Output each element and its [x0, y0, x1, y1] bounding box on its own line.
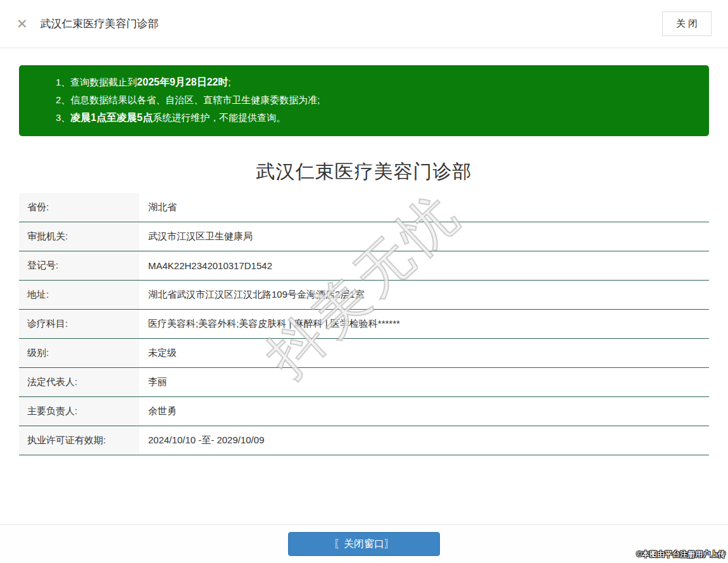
table-row-province: 省份: 湖北省: [19, 193, 709, 222]
row-label: 主要负责人:: [19, 397, 139, 426]
table-row-legal-representative: 法定代表人: 李丽: [19, 368, 709, 397]
table-row-address: 地址: 湖北省武汉市江汉区江汉北路109号金海酒店2层1室: [19, 281, 709, 310]
row-value: 医疗美容科;美容外科;美容皮肤科 | 麻醉科 | 医学检验科******: [139, 310, 400, 338]
close-x-icon[interactable]: ✕: [16, 17, 28, 30]
row-value: 2024/10/10 -至- 2029/10/09: [139, 426, 264, 455]
row-value: 余世勇: [139, 397, 177, 426]
close-button[interactable]: 关 闭: [662, 11, 712, 36]
row-value: 湖北省武汉市江汉区江汉北路109号金海酒店2层1室: [139, 281, 365, 309]
notice-line-2-pre: 信息数据结果以各省、自治区、直辖市卫生健康委数据为准;: [70, 94, 320, 105]
page: ✕ 武汉仁束医疗美容门诊部 关 闭 1、查询数据截止到2025年9月28日22时…: [0, 0, 728, 563]
notice-line-1-bold: 2025年9月28日22时: [137, 77, 228, 87]
row-label: 登记号:: [19, 251, 139, 280]
row-label: 级别:: [19, 339, 139, 367]
table-row-approval-authority: 审批机关: 武汉市江汉区卫生健康局: [19, 222, 709, 251]
page-title: 武汉仁束医疗美容门诊部: [0, 159, 728, 185]
row-label: 法定代表人:: [19, 368, 139, 396]
row-label: 地址:: [19, 281, 139, 309]
table-row-level: 级别: 未定级: [19, 339, 709, 368]
row-value: 李丽: [139, 368, 167, 396]
row-value: 武汉市江汉区卫生健康局: [139, 222, 253, 251]
row-value: 湖北省: [139, 193, 177, 222]
close-window-button[interactable]: 〖关闭窗口〗: [288, 532, 440, 556]
table-row-license-validity: 执业许可证有效期: 2024/10/10 -至- 2029/10/09: [19, 426, 709, 455]
notice-line-3-bold: 凌晨1点至凌晨5点: [70, 112, 153, 123]
table-row-treatment-subjects: 诊疗科目: 医疗美容科;美容外科;美容皮肤科 | 麻醉科 | 医学检验科****…: [19, 310, 709, 339]
row-label: 执业许可证有效期:: [19, 426, 139, 455]
row-label: 审批机关:: [19, 222, 139, 251]
notice-banner: 1、查询数据截止到2025年9月28日22时; 2、信息数据结果以各省、自治区、…: [19, 65, 709, 136]
row-label: 诊疗科目:: [19, 310, 139, 338]
row-value: MA4K22H2342010317D1542: [139, 251, 272, 280]
notice-line-3-num: 3、: [56, 112, 70, 123]
notice-line-2: 2、信息数据结果以各省、自治区、直辖市卫生健康委数据为准;: [56, 91, 684, 109]
notice-line-1-pre: 查询数据截止到: [70, 77, 137, 87]
table-row-registration-number: 登记号: MA4K22H2342010317D1542: [19, 251, 709, 281]
row-label: 省份:: [19, 193, 139, 222]
notice-line-3: 3、凌晨1点至凌晨5点系统进行维护，不能提供查询。: [56, 109, 684, 127]
notice-line-3-post: 系统进行维护，不能提供查询。: [153, 112, 286, 123]
photo-credit-watermark: ©本图由平台注册用户上传: [636, 549, 725, 560]
notice-line-2-num: 2、: [56, 94, 70, 105]
notice-line-1-num: 1、: [56, 77, 70, 87]
notice-line-1: 1、查询数据截止到2025年9月28日22时;: [56, 73, 684, 91]
top-header-bar: ✕ 武汉仁束医疗美容门诊部 关 闭: [0, 0, 728, 48]
detail-table: 省份: 湖北省 审批机关: 武汉市江汉区卫生健康局 登记号: MA4K22H23…: [19, 193, 709, 455]
window-title: 武汉仁束医疗美容门诊部: [41, 16, 159, 31]
footer-bar: 〖关闭窗口〗: [0, 524, 728, 563]
table-row-person-in-charge: 主要负责人: 余世勇: [19, 397, 709, 426]
row-value: 未定级: [139, 339, 177, 367]
notice-line-1-post: ;: [228, 77, 230, 87]
